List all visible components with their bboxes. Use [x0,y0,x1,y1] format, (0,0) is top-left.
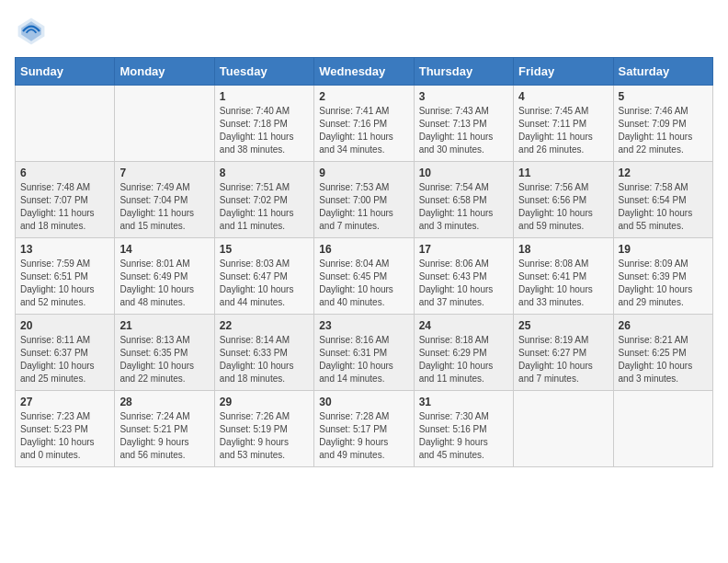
day-info: Sunrise: 8:01 AM Sunset: 6:49 PM Dayligh… [119,258,209,309]
day-header-thursday: Thursday [414,58,513,86]
day-number: 29 [220,396,309,408]
day-number: 7 [119,167,209,179]
day-number: 14 [119,243,209,256]
calendar-cell: 19Sunrise: 8:09 AM Sunset: 6:39 PM Dayli… [613,238,712,315]
calendar-week-row: 13Sunrise: 7:59 AM Sunset: 6:51 PM Dayli… [16,238,713,315]
calendar-cell: 15Sunrise: 8:03 AM Sunset: 6:47 PM Dayli… [214,238,313,315]
logo-icon [15,15,48,48]
day-number: 19 [619,243,708,256]
calendar-cell: 3Sunrise: 7:43 AM Sunset: 7:13 PM Daylig… [414,86,513,162]
day-info: Sunrise: 7:23 AM Sunset: 5:23 PM Dayligh… [20,410,109,462]
day-header-friday: Friday [514,58,613,86]
day-info: Sunrise: 7:48 AM Sunset: 7:07 PM Dayligh… [20,181,109,233]
day-number: 15 [220,243,309,256]
day-number: 16 [319,243,408,256]
calendar-week-row: 1Sunrise: 7:40 AM Sunset: 7:18 PM Daylig… [16,86,713,162]
day-number: 17 [419,243,508,256]
day-info: Sunrise: 8:14 AM Sunset: 6:33 PM Dayligh… [220,334,309,385]
day-number: 11 [518,167,608,179]
calendar-cell: 27Sunrise: 7:23 AM Sunset: 5:23 PM Dayli… [16,391,115,467]
day-info: Sunrise: 7:46 AM Sunset: 7:09 PM Dayligh… [619,105,708,156]
calendar-cell: 14Sunrise: 8:01 AM Sunset: 6:49 PM Dayli… [115,238,214,315]
day-number: 12 [619,167,708,179]
day-number: 22 [220,319,309,332]
day-info: Sunrise: 8:03 AM Sunset: 6:47 PM Dayligh… [220,258,309,309]
day-info: Sunrise: 7:51 AM Sunset: 7:02 PM Dayligh… [220,181,309,233]
day-number: 31 [419,396,508,408]
day-info: Sunrise: 8:13 AM Sunset: 6:35 PM Dayligh… [119,334,209,385]
day-number: 20 [20,319,109,332]
day-number: 26 [619,319,708,332]
calendar-cell [16,86,115,162]
day-info: Sunrise: 8:06 AM Sunset: 6:43 PM Dayligh… [419,258,508,309]
calendar-cell: 23Sunrise: 8:16 AM Sunset: 6:31 PM Dayli… [314,315,414,391]
day-header-tuesday: Tuesday [214,58,313,86]
calendar-cell: 22Sunrise: 8:14 AM Sunset: 6:33 PM Dayli… [214,315,313,391]
calendar-cell: 7Sunrise: 7:49 AM Sunset: 7:04 PM Daylig… [115,162,214,238]
calendar-cell: 17Sunrise: 8:06 AM Sunset: 6:43 PM Dayli… [414,238,513,315]
day-number: 2 [319,90,408,103]
logo [15,15,51,48]
day-header-saturday: Saturday [613,58,712,86]
day-info: Sunrise: 8:09 AM Sunset: 6:39 PM Dayligh… [619,258,708,309]
calendar-cell: 2Sunrise: 7:41 AM Sunset: 7:16 PM Daylig… [314,86,414,162]
header [15,15,713,48]
day-header-monday: Monday [115,58,214,86]
calendar-cell: 16Sunrise: 8:04 AM Sunset: 6:45 PM Dayli… [314,238,414,315]
day-number: 1 [220,90,309,103]
calendar-week-row: 6Sunrise: 7:48 AM Sunset: 7:07 PM Daylig… [16,162,713,238]
day-header-wednesday: Wednesday [314,58,414,86]
calendar-cell: 8Sunrise: 7:51 AM Sunset: 7:02 PM Daylig… [214,162,313,238]
calendar-week-row: 20Sunrise: 8:11 AM Sunset: 6:37 PM Dayli… [16,315,713,391]
day-info: Sunrise: 7:45 AM Sunset: 7:11 PM Dayligh… [518,105,608,156]
day-info: Sunrise: 8:11 AM Sunset: 6:37 PM Dayligh… [20,334,109,385]
calendar-cell: 5Sunrise: 7:46 AM Sunset: 7:09 PM Daylig… [613,86,712,162]
day-number: 21 [119,319,209,332]
day-number: 25 [518,319,608,332]
day-number: 27 [20,396,109,408]
calendar-cell: 10Sunrise: 7:54 AM Sunset: 6:58 PM Dayli… [414,162,513,238]
day-info: Sunrise: 7:59 AM Sunset: 6:51 PM Dayligh… [20,258,109,309]
calendar-cell: 31Sunrise: 7:30 AM Sunset: 5:16 PM Dayli… [414,391,513,467]
day-info: Sunrise: 7:49 AM Sunset: 7:04 PM Dayligh… [119,181,209,233]
calendar-cell: 11Sunrise: 7:56 AM Sunset: 6:56 PM Dayli… [514,162,613,238]
day-info: Sunrise: 7:24 AM Sunset: 5:21 PM Dayligh… [119,410,209,462]
calendar-cell: 30Sunrise: 7:28 AM Sunset: 5:17 PM Dayli… [314,391,414,467]
calendar-cell: 4Sunrise: 7:45 AM Sunset: 7:11 PM Daylig… [514,86,613,162]
calendar-cell: 25Sunrise: 8:19 AM Sunset: 6:27 PM Dayli… [514,315,613,391]
day-info: Sunrise: 7:54 AM Sunset: 6:58 PM Dayligh… [419,181,508,233]
calendar-cell: 28Sunrise: 7:24 AM Sunset: 5:21 PM Dayli… [115,391,214,467]
day-info: Sunrise: 8:18 AM Sunset: 6:29 PM Dayligh… [419,334,508,385]
calendar-cell: 18Sunrise: 8:08 AM Sunset: 6:41 PM Dayli… [514,238,613,315]
day-number: 10 [419,167,508,179]
calendar-cell: 24Sunrise: 8:18 AM Sunset: 6:29 PM Dayli… [414,315,513,391]
day-info: Sunrise: 7:56 AM Sunset: 6:56 PM Dayligh… [518,181,608,233]
day-number: 9 [319,167,408,179]
day-number: 6 [20,167,109,179]
calendar-cell: 21Sunrise: 8:13 AM Sunset: 6:35 PM Dayli… [115,315,214,391]
calendar-cell: 26Sunrise: 8:21 AM Sunset: 6:25 PM Dayli… [613,315,712,391]
day-info: Sunrise: 7:40 AM Sunset: 7:18 PM Dayligh… [220,105,309,156]
day-number: 28 [119,396,209,408]
day-number: 4 [518,90,608,103]
calendar-cell: 20Sunrise: 8:11 AM Sunset: 6:37 PM Dayli… [16,315,115,391]
day-info: Sunrise: 8:19 AM Sunset: 6:27 PM Dayligh… [518,334,608,385]
day-number: 13 [20,243,109,256]
calendar-cell: 1Sunrise: 7:40 AM Sunset: 7:18 PM Daylig… [214,86,313,162]
day-number: 30 [319,396,408,408]
day-info: Sunrise: 7:30 AM Sunset: 5:16 PM Dayligh… [419,410,508,462]
calendar-cell: 12Sunrise: 7:58 AM Sunset: 6:54 PM Dayli… [613,162,712,238]
day-info: Sunrise: 7:58 AM Sunset: 6:54 PM Dayligh… [619,181,708,233]
calendar-cell: 29Sunrise: 7:26 AM Sunset: 5:19 PM Dayli… [214,391,313,467]
calendar-cell [613,391,712,467]
calendar-cell: 6Sunrise: 7:48 AM Sunset: 7:07 PM Daylig… [16,162,115,238]
day-number: 3 [419,90,508,103]
day-number: 18 [518,243,608,256]
day-header-sunday: Sunday [16,58,115,86]
day-info: Sunrise: 8:04 AM Sunset: 6:45 PM Dayligh… [319,258,408,309]
calendar-cell [115,86,214,162]
calendar-table: SundayMondayTuesdayWednesdayThursdayFrid… [15,57,713,467]
calendar-header-row: SundayMondayTuesdayWednesdayThursdayFrid… [16,58,713,86]
day-number: 8 [220,167,309,179]
calendar-week-row: 27Sunrise: 7:23 AM Sunset: 5:23 PM Dayli… [16,391,713,467]
